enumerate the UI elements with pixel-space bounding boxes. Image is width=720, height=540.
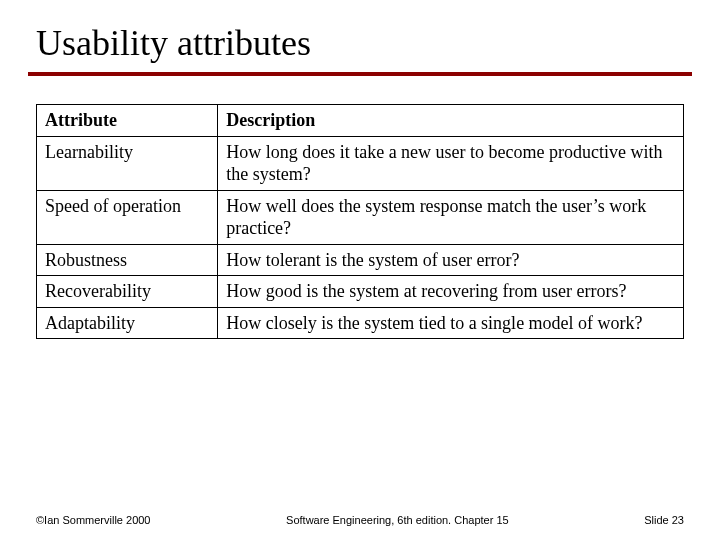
slide-title: Usability attributes	[0, 0, 720, 70]
cell-description: How good is the system at recovering fro…	[218, 276, 684, 308]
cell-attribute: Speed of operation	[37, 190, 218, 244]
cell-attribute: Robustness	[37, 244, 218, 276]
table-header-row: Attribute Description	[37, 105, 684, 137]
table-row: Learnability How long does it take a new…	[37, 136, 684, 190]
footer-right: Slide 23	[644, 514, 684, 526]
attributes-table: Attribute Description Learnability How l…	[36, 104, 684, 339]
cell-attribute: Adaptability	[37, 307, 218, 339]
cell-attribute: Learnability	[37, 136, 218, 190]
table-row: Robustness How tolerant is the system of…	[37, 244, 684, 276]
header-description: Description	[218, 105, 684, 137]
footer-left: ©Ian Sommerville 2000	[36, 514, 151, 526]
cell-attribute: Recoverability	[37, 276, 218, 308]
cell-description: How long does it take a new user to beco…	[218, 136, 684, 190]
cell-description: How closely is the system tied to a sing…	[218, 307, 684, 339]
footer-center: Software Engineering, 6th edition. Chapt…	[286, 514, 509, 526]
table-row: Speed of operation How well does the sys…	[37, 190, 684, 244]
slide: Usability attributes Attribute Descripti…	[0, 0, 720, 540]
slide-content: Attribute Description Learnability How l…	[0, 76, 720, 339]
table-row: Recoverability How good is the system at…	[37, 276, 684, 308]
header-attribute: Attribute	[37, 105, 218, 137]
cell-description: How tolerant is the system of user error…	[218, 244, 684, 276]
cell-description: How well does the system response match …	[218, 190, 684, 244]
slide-footer: ©Ian Sommerville 2000 Software Engineeri…	[0, 514, 720, 526]
table-row: Adaptability How closely is the system t…	[37, 307, 684, 339]
